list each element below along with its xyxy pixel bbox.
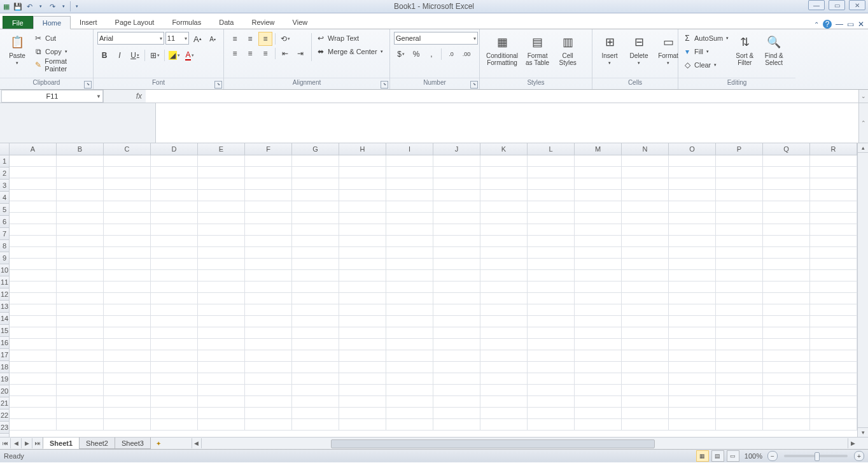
cell[interactable]	[716, 419, 763, 431]
cell[interactable]	[763, 385, 810, 396]
cell[interactable]	[292, 419, 339, 431]
cell[interactable]	[716, 178, 763, 190]
cell[interactable]	[763, 213, 810, 224]
row-header[interactable]: 8	[0, 240, 10, 252]
cell[interactable]	[575, 201, 622, 213]
cell[interactable]	[245, 316, 292, 327]
cell[interactable]	[198, 224, 245, 236]
cell[interactable]	[292, 190, 339, 201]
cell[interactable]	[57, 247, 104, 259]
hscroll-thumb[interactable]	[331, 439, 655, 448]
cell[interactable]	[810, 224, 857, 236]
dialog-launcher-icon[interactable]: ⬊	[84, 81, 92, 89]
cell[interactable]	[386, 385, 433, 396]
cell[interactable]	[292, 327, 339, 339]
page-layout-view-button[interactable]: ▤	[711, 450, 724, 462]
cell[interactable]	[10, 293, 57, 304]
cell[interactable]	[433, 385, 480, 396]
formula-input[interactable]	[146, 90, 858, 103]
cell[interactable]	[810, 408, 857, 419]
cell[interactable]	[104, 224, 151, 236]
cell[interactable]	[810, 236, 857, 247]
cell[interactable]	[575, 281, 622, 293]
cell[interactable]	[480, 350, 528, 362]
column-header[interactable]: R	[810, 143, 857, 155]
increase-indent-button[interactable]: ⇥	[293, 46, 307, 61]
cell[interactable]	[151, 213, 198, 224]
cell[interactable]	[480, 190, 528, 201]
wrap-text-button[interactable]: ↩Wrap Text	[316, 32, 383, 45]
cell[interactable]	[151, 419, 198, 431]
cell[interactable]	[575, 178, 622, 190]
cell[interactable]	[433, 281, 480, 293]
cell[interactable]	[433, 224, 480, 236]
qat-customize-icon[interactable]: ▾	[70, 1, 82, 11]
cell[interactable]	[10, 327, 57, 339]
cell[interactable]	[104, 293, 151, 304]
cell[interactable]	[10, 201, 57, 213]
cell[interactable]	[716, 293, 763, 304]
cell[interactable]	[433, 362, 480, 373]
cell[interactable]	[198, 178, 245, 190]
align-left-button[interactable]: ≡	[228, 46, 242, 61]
cell[interactable]	[339, 419, 386, 431]
cell[interactable]	[622, 408, 669, 419]
cell[interactable]	[433, 213, 480, 224]
cell[interactable]	[810, 373, 857, 385]
cell[interactable]	[10, 155, 57, 167]
cell[interactable]	[292, 316, 339, 327]
cell[interactable]	[151, 316, 198, 327]
cell[interactable]	[433, 270, 480, 281]
zoom-out-button[interactable]: −	[767, 451, 778, 461]
cell[interactable]	[292, 362, 339, 373]
row-header[interactable]: 22	[0, 410, 10, 422]
cell[interactable]	[528, 190, 575, 201]
cell[interactable]	[669, 408, 716, 419]
cell[interactable]	[763, 259, 810, 270]
cell[interactable]	[622, 396, 669, 408]
cell[interactable]	[716, 327, 763, 339]
cell[interactable]	[528, 270, 575, 281]
cell[interactable]	[339, 350, 386, 362]
cell[interactable]	[669, 155, 716, 167]
cell[interactable]	[245, 213, 292, 224]
borders-button[interactable]: ⊞▾	[148, 48, 162, 62]
cell[interactable]	[763, 293, 810, 304]
cell[interactable]	[669, 304, 716, 316]
cell[interactable]	[292, 408, 339, 419]
cell[interactable]	[339, 155, 386, 167]
cell[interactable]	[622, 259, 669, 270]
cell[interactable]	[810, 270, 857, 281]
cell[interactable]	[10, 419, 57, 431]
cell[interactable]	[292, 224, 339, 236]
cell-styles-button[interactable]: ▥Cell Styles	[554, 32, 581, 68]
save-icon[interactable]: 💾	[13, 1, 23, 11]
cell[interactable]	[716, 270, 763, 281]
tab-home[interactable]: Home	[33, 16, 71, 29]
cell[interactable]	[57, 408, 104, 419]
cell[interactable]	[386, 201, 433, 213]
cell[interactable]	[528, 224, 575, 236]
delete-cells-button[interactable]: ⊟Delete▾	[626, 32, 652, 67]
cell[interactable]	[575, 270, 622, 281]
cell[interactable]	[104, 281, 151, 293]
cell[interactable]	[245, 396, 292, 408]
cell[interactable]	[763, 247, 810, 259]
row-header[interactable]: 10	[0, 264, 10, 276]
column-header[interactable]: E	[198, 143, 245, 155]
cell[interactable]	[575, 236, 622, 247]
cell[interactable]	[716, 385, 763, 396]
cell[interactable]	[57, 270, 104, 281]
cell[interactable]	[433, 396, 480, 408]
insert-cells-button[interactable]: ⊞Insert▾	[596, 32, 623, 67]
shrink-font-button[interactable]: A▾	[206, 32, 220, 46]
cell[interactable]	[528, 167, 575, 178]
tab-view[interactable]: View	[284, 16, 317, 29]
row-header[interactable]: 14	[0, 313, 10, 325]
cell[interactable]	[669, 316, 716, 327]
cell[interactable]	[151, 339, 198, 350]
row-header[interactable]: 1	[0, 155, 10, 167]
cell[interactable]	[810, 304, 857, 316]
cell[interactable]	[763, 167, 810, 178]
normal-view-button[interactable]: ▦	[696, 450, 709, 462]
